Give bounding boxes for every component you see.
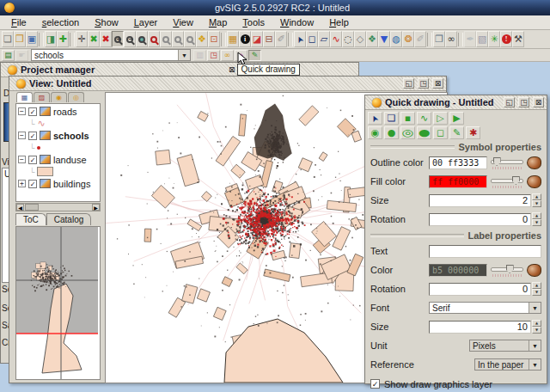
label-color-field[interactable]: b5 000000: [429, 264, 487, 277]
select-point-button[interactable]: ➤: [294, 31, 306, 47]
qd-clear-tool[interactable]: ✱: [466, 126, 480, 139]
join-table-button[interactable]: ▥: [193, 50, 206, 61]
symbol-size-spinner[interactable]: ▲▼: [532, 193, 541, 207]
layer-label[interactable]: buildings: [53, 179, 90, 189]
collapse-icon[interactable]: −: [18, 132, 26, 139]
qd-polyline-tool[interactable]: ∿: [417, 112, 431, 125]
copy-document-button[interactable]: ❐: [433, 31, 445, 47]
combobox-dropdown-icon[interactable]: ▼: [529, 303, 541, 313]
menu-tools[interactable]: Tools: [235, 16, 272, 29]
symbol-size-field[interactable]: 2: [429, 194, 531, 207]
overview-button[interactable]: ◍: [390, 31, 402, 47]
select-layer-button[interactable]: ❖: [366, 31, 378, 47]
qd-select-area-tool[interactable]: ❏: [384, 112, 399, 125]
font-combobox[interactable]: Serif ▼: [429, 302, 541, 314]
collapse-icon[interactable]: −: [18, 107, 26, 115]
menu-file[interactable]: File: [3, 16, 34, 29]
unit-combobox[interactable]: Pixels ▼: [469, 340, 541, 352]
qd-freehand-tool[interactable]: ✎: [449, 126, 464, 139]
zoom-all-button[interactable]: ✖: [88, 31, 100, 47]
window-minimize-button[interactable]: ◱: [403, 78, 414, 89]
qd-polygon-outline-tool[interactable]: ▷: [433, 112, 448, 125]
qd-ellipse-outline-tool[interactable]: ◎: [400, 126, 415, 139]
layer-row-roads[interactable]: −✓roads: [18, 105, 100, 118]
clear-selection-button[interactable]: ✐: [414, 31, 426, 47]
qd-select-tool[interactable]: ➤: [368, 112, 382, 125]
fill-color-palette-icon[interactable]: [527, 175, 541, 188]
menu-layer[interactable]: Layer: [126, 16, 166, 29]
outline-color-palette-icon[interactable]: [527, 156, 541, 169]
quick-drawing-titlebar[interactable]: Quick drawing - Untitled ◱ ◳ ⊠: [365, 95, 547, 110]
menu-view[interactable]: View: [165, 16, 201, 29]
fill-alpha-slider[interactable]: [490, 175, 524, 188]
search-button[interactable]: ∞: [445, 31, 457, 47]
label-alpha-slider[interactable]: [490, 263, 524, 277]
add-layer-button[interactable]: ✚: [57, 31, 69, 47]
window-maximize-button[interactable]: ◳: [418, 78, 429, 89]
select-polygon-button[interactable]: ▱: [318, 31, 330, 47]
locate-button[interactable]: ∞: [221, 50, 234, 61]
scrollbar-thumb[interactable]: [25, 204, 39, 211]
save-project-button[interactable]: ▣: [26, 31, 38, 47]
qd-circle-center-tool[interactable]: ◉: [368, 126, 382, 139]
menu-window[interactable]: Window: [272, 16, 321, 29]
outline-alpha-slider[interactable]: [490, 156, 524, 169]
zoom-manager-button[interactable]: [184, 31, 196, 47]
reference-combobox[interactable]: In the paper ▼: [474, 358, 541, 371]
edit-attributes-button[interactable]: ▤: [2, 50, 15, 61]
menu-map[interactable]: Map: [201, 16, 235, 29]
customize-button[interactable]: ⚒: [512, 31, 524, 47]
zoom-selection-button[interactable]: [148, 31, 160, 47]
layer-row-landuse[interactable]: −✓landuse: [18, 153, 100, 166]
quick-drawing-button[interactable]: ✎: [248, 50, 261, 61]
select-buffer-button[interactable]: ◇: [354, 31, 366, 47]
toc-order-tab[interactable]: ◉: [51, 92, 67, 102]
qd-rectangle-tool[interactable]: ◻: [433, 126, 448, 139]
window-close-button[interactable]: ⊠: [533, 97, 544, 107]
select-circle-button[interactable]: ◌: [342, 31, 354, 47]
select-hand-button[interactable]: ☛: [15, 50, 28, 61]
measure-area-button[interactable]: ◪: [251, 31, 263, 47]
view-frame-button[interactable]: ⊡: [208, 31, 220, 47]
menu-help[interactable]: Help: [321, 16, 357, 29]
qd-polygon-fill-tool[interactable]: ▶: [449, 112, 464, 125]
window-close-button[interactable]: ⊠: [432, 78, 443, 89]
error-log-button[interactable]: !: [500, 31, 512, 47]
toc-groups-tab[interactable]: ◎: [68, 92, 84, 102]
layer-order-button[interactable]: ❖: [196, 31, 208, 47]
scroll-left-icon[interactable]: ◀: [16, 204, 24, 211]
tab-toc[interactable]: ToC: [15, 213, 46, 225]
hyperlink-button[interactable]: ✐: [275, 31, 287, 47]
qd-ellipse-fill-tool[interactable]: ●: [417, 126, 431, 139]
label-text-field[interactable]: [429, 245, 541, 258]
combobox-dropdown-icon[interactable]: ▼: [529, 340, 541, 351]
select-lasso-button[interactable]: ∿: [330, 31, 342, 47]
annotation-button[interactable]: ✒: [464, 31, 476, 47]
toc-horizontal-scrollbar[interactable]: ◀ ▶: [15, 203, 101, 211]
zoom-previous-button[interactable]: [172, 31, 184, 47]
layer-visibility-checkbox[interactable]: ✓: [28, 156, 37, 164]
zoom-back-button[interactable]: ✖: [100, 31, 112, 47]
edit-geometry-button[interactable]: ▧: [476, 31, 488, 47]
qd-circle-fill-tool[interactable]: ●: [384, 126, 399, 139]
locator-map[interactable]: [15, 226, 101, 380]
select-rectangle-button[interactable]: ◻: [306, 31, 318, 47]
label-rotation-spinner[interactable]: ▲▼: [532, 282, 541, 296]
view-window-titlebar[interactable]: View: Untitled ◱ ◳ ⊠: [9, 77, 446, 91]
open-project-button[interactable]: ❒: [14, 31, 26, 47]
label-rotation-field[interactable]: 0: [429, 283, 531, 296]
layer-label[interactable]: roads: [53, 107, 77, 117]
layer-row-schools[interactable]: −✓schools: [18, 129, 100, 142]
new-project-button[interactable]: ❏: [2, 31, 14, 47]
pan-button[interactable]: ✛: [76, 31, 88, 47]
toc-symbology-tab[interactable]: ▨: [34, 92, 50, 102]
measure-distance-button[interactable]: ⊟: [263, 31, 275, 47]
combobox-dropdown-icon[interactable]: ▼: [529, 359, 541, 370]
zoom-points-button[interactable]: [160, 31, 172, 47]
label-color-palette-icon[interactable]: [527, 264, 541, 277]
menu-show[interactable]: Show: [87, 16, 126, 29]
zoom-out-button[interactable]: −: [124, 31, 136, 47]
qd-point-tool[interactable]: ▪: [400, 112, 415, 125]
tab-catalog[interactable]: Catalog: [46, 213, 91, 225]
combobox-dropdown-icon[interactable]: ▼: [178, 50, 190, 60]
